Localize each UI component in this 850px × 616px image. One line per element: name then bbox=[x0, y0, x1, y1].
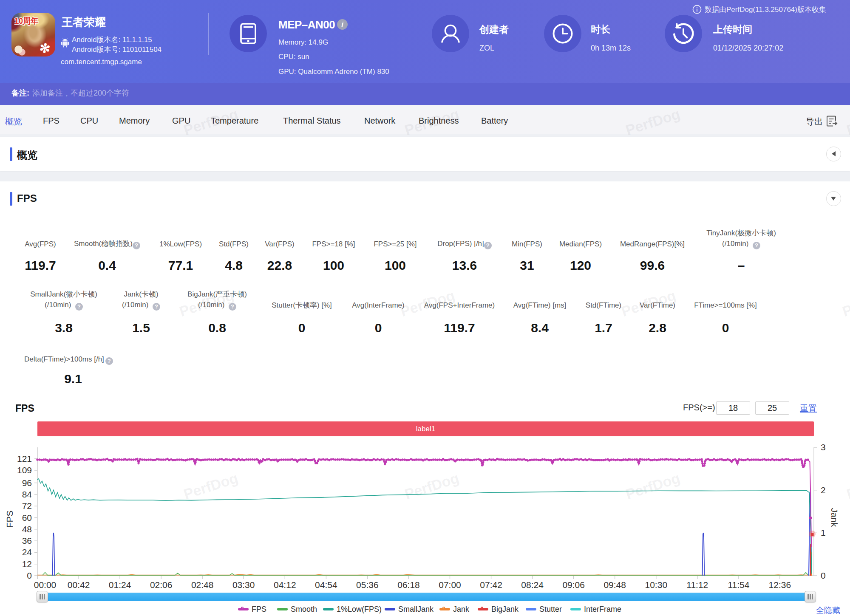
svg-text:12: 12 bbox=[22, 559, 32, 569]
svg-text:109: 109 bbox=[17, 465, 32, 475]
svg-text:48: 48 bbox=[22, 524, 32, 534]
svg-text:60: 60 bbox=[22, 513, 32, 523]
svg-text:24: 24 bbox=[22, 547, 32, 557]
svg-text:06:18: 06:18 bbox=[397, 580, 420, 590]
svg-text:02:06: 02:06 bbox=[150, 580, 173, 590]
svg-text:0: 0 bbox=[821, 571, 826, 580]
svg-text:09:06: 09:06 bbox=[562, 580, 585, 590]
svg-text:84: 84 bbox=[22, 489, 32, 499]
svg-text:07:42: 07:42 bbox=[480, 580, 502, 590]
svg-text:11:54: 11:54 bbox=[728, 580, 749, 590]
svg-text:72: 72 bbox=[22, 501, 32, 511]
svg-text:08:24: 08:24 bbox=[521, 580, 544, 590]
svg-text:07:00: 07:00 bbox=[439, 580, 461, 590]
svg-text:Jank: Jank bbox=[830, 508, 839, 527]
svg-text:10:30: 10:30 bbox=[645, 580, 668, 590]
svg-text:03:30: 03:30 bbox=[232, 580, 255, 590]
svg-text:02:48: 02:48 bbox=[191, 580, 214, 590]
svg-text:36: 36 bbox=[22, 536, 32, 545]
svg-text:00:00: 00:00 bbox=[34, 580, 57, 590]
svg-text:96: 96 bbox=[22, 478, 32, 488]
svg-text:00:42: 00:42 bbox=[68, 580, 90, 590]
svg-text:1: 1 bbox=[821, 528, 826, 537]
svg-text:04:54: 04:54 bbox=[315, 580, 337, 590]
svg-text:121: 121 bbox=[17, 454, 32, 463]
svg-text:2: 2 bbox=[821, 485, 826, 495]
svg-text:0: 0 bbox=[27, 571, 32, 580]
svg-text:05:36: 05:36 bbox=[356, 580, 379, 590]
svg-text:09:48: 09:48 bbox=[604, 580, 626, 590]
svg-text:3: 3 bbox=[821, 442, 826, 452]
svg-text:12:36: 12:36 bbox=[769, 580, 791, 590]
svg-text:11:12: 11:12 bbox=[686, 580, 708, 590]
svg-text:FPS: FPS bbox=[5, 511, 14, 528]
svg-text:04:12: 04:12 bbox=[274, 580, 296, 590]
svg-text:01:24: 01:24 bbox=[109, 580, 131, 590]
